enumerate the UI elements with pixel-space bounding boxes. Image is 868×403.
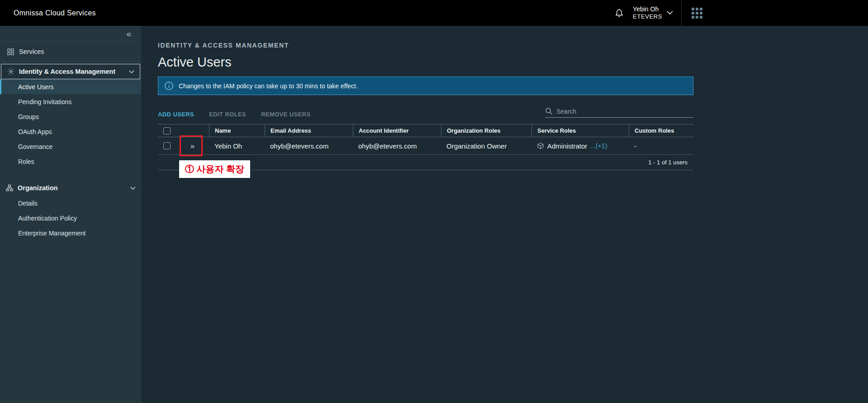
remove-users-button[interactable]: REMOVE USERS [261,111,311,118]
expand-row-button[interactable]: » [190,142,194,150]
users-table: Name Email Address Account Identifier Or… [158,124,693,170]
app-window: Omnissa Cloud Services Yebin Oh ETEVERS [0,0,868,403]
sidebar-collapse-button[interactable]: « [0,26,141,42]
iam-nav-group: Identity & Access Management Active User… [0,61,141,169]
expand-header-cell [176,125,209,137]
search-icon [545,107,553,115]
sidebar-item-label: Governance [18,143,52,150]
add-users-button[interactable]: ADD USERS [158,111,194,118]
table-actions: ADD USERS EDIT ROLES REMOVE USERS [158,107,693,118]
cell-name: Yebin Oh [209,142,265,150]
chevron-down-icon [130,187,136,190]
info-banner-text: Changes to the IAM policy can take up to… [179,82,358,90]
page-title: Active Users [158,55,693,70]
table-header-row: Name Email Address Account Identifier Or… [158,124,693,137]
col-header-account: Account Identifier [353,125,441,137]
top-bar: Omnissa Cloud Services Yebin Oh ETEVERS [0,0,868,26]
col-header-name: Name [209,125,265,137]
info-banner: Changes to the IAM policy can take up to… [158,77,693,95]
col-header-service-roles: Service Roles [531,125,629,137]
topbar-divider [681,0,682,26]
chevron-down-icon [667,11,673,14]
info-icon [164,81,174,91]
organization-icon [6,184,13,192]
sidebar-item-label: Details [18,200,38,207]
cell-service-roles: Administrator ...(+1) [531,142,629,150]
select-all-checkbox[interactable] [163,127,171,134]
more-roles-link[interactable]: ...(+1) [590,142,607,149]
sidebar-item-label: Authentication Policy [18,215,77,222]
sidebar-item-label: OAuth Apps [18,128,52,135]
select-all-cell [158,125,176,137]
cell-org-roles: Organization Owner [441,142,531,150]
col-header-email: Email Address [265,125,353,137]
organization-nav-group: Organization Details Authentication Poli… [0,178,141,240]
sidebar-item-iam[interactable]: Identity & Access Management [1,64,140,79]
annotation-label: ① 사용자 확장 [179,160,250,178]
sidebar-item-enterprise-management[interactable]: Enterprise Management [0,225,141,240]
sidebar-item-organization[interactable]: Organization [0,180,141,196]
sidebar-item-label: Active Users [18,83,54,91]
sidebar-item-services[interactable]: Services [0,42,141,61]
app-title: Omnissa Cloud Services [14,9,96,17]
main-content: IDENTITY & ACCESS MANAGEMENT Active User… [141,26,868,403]
sidebar-item-authentication-policy[interactable]: Authentication Policy [0,211,141,225]
cell-email: ohyb@etevers.com [265,142,353,150]
user-org: ETEVERS [633,13,662,21]
sidebar-item-label: Roles [18,158,34,165]
app-launcher-button[interactable] [690,6,704,20]
row-checkbox[interactable] [163,142,171,149]
sidebar-item-label: Identity & Access Management [19,68,115,75]
user-menu[interactable]: Yebin Oh ETEVERS [633,5,673,21]
pagination-summary: 1 - 1 of 1 users [648,159,688,166]
cell-account: ohyb@etevers.com [353,142,441,150]
notifications-button[interactable] [614,8,625,19]
services-icon [7,48,14,55]
sidebar-item-label: Organization [18,184,58,192]
cell-custom-roles: - [629,142,693,150]
sidebar: « Services [0,26,141,403]
sidebar-item-label: Enterprise Management [18,230,85,237]
sidebar-item-details[interactable]: Details [0,196,141,211]
table-row: » Yebin Oh ohyb@etevers.com ohyb@etevers… [158,137,693,155]
sidebar-item-label: Pending Invitations [18,98,71,106]
sidebar-item-label: Groups [18,113,39,120]
search-input[interactable] [556,108,693,115]
topbar-controls: Yebin Oh ETEVERS [614,0,704,26]
collapse-icon: « [126,29,131,39]
sidebar-item-pending-invitations[interactable]: Pending Invitations [0,94,141,109]
service-role-label: Administrator [547,142,587,150]
col-header-org-roles: Organization Roles [441,125,531,137]
user-name: Yebin Oh [633,5,659,13]
col-header-custom-roles: Custom Roles [629,125,693,137]
chevron-down-icon [129,70,134,73]
breadcrumb: IDENTITY & ACCESS MANAGEMENT [158,42,693,49]
service-cube-icon [537,142,544,149]
sidebar-item-roles[interactable]: Roles [0,154,141,169]
edit-roles-button[interactable]: EDIT ROLES [209,111,246,118]
sidebar-item-active-users[interactable]: Active Users [0,79,141,94]
search-box [545,107,693,118]
sidebar-item-label: Services [19,48,44,55]
user-names: Yebin Oh ETEVERS [633,5,662,21]
sidebar-item-oauth-apps[interactable]: OAuth Apps [0,124,141,139]
sidebar-item-groups[interactable]: Groups [0,109,141,124]
row-expand-cell: » [176,142,209,150]
iam-icon [7,68,14,75]
row-select-cell [158,142,176,149]
bell-icon [614,8,625,19]
sidebar-item-governance[interactable]: Governance [0,139,141,154]
